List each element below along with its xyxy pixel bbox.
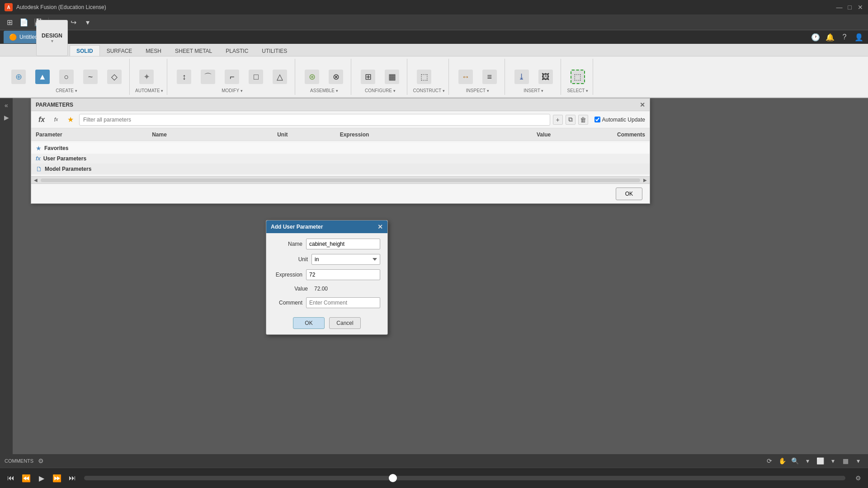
params-search-input[interactable]	[79, 114, 550, 126]
timeline-settings-icon[interactable]: ⚙	[853, 473, 863, 483]
name-input[interactable]	[306, 239, 380, 249]
redo-dropdown[interactable]: ▾	[82, 16, 94, 28]
tab-utilities[interactable]: UTILITIES	[255, 45, 294, 56]
grid-icon[interactable]: ⊞	[4, 16, 15, 28]
user-parameters-section[interactable]: fx User Parameters	[31, 154, 650, 164]
tab-mesh[interactable]: MESH	[139, 45, 168, 56]
create-group: ⊕ ▲ ○ ~ ◇ CREATE ▾	[4, 59, 130, 95]
help-icon[interactable]: ?	[839, 32, 850, 42]
fast-forward-button[interactable]: ⏭	[66, 472, 79, 484]
fx-derivative-icon[interactable]: fx	[50, 114, 62, 126]
loft-button[interactable]: ◇	[103, 69, 126, 86]
favorites-section[interactable]: ★ Favorites	[31, 143, 650, 154]
dialog-title-bar: Add User Parameter ✕	[266, 221, 387, 233]
zoom-icon[interactable]: 🔍	[789, 455, 800, 466]
fx-icon[interactable]: fx	[36, 114, 47, 126]
step-forward-button[interactable]: ⏩	[51, 472, 63, 484]
play-button[interactable]: ▶	[35, 472, 48, 484]
insert-button[interactable]: ⤓	[510, 69, 533, 86]
offset-plane-button[interactable]: ⬚	[413, 69, 435, 86]
sweep-button[interactable]: ~	[79, 69, 102, 86]
auto-update-checkbox[interactable]	[594, 117, 600, 122]
minimize-button[interactable]: —	[836, 4, 843, 11]
assemble-label: ASSEMBLE ▾	[301, 88, 347, 93]
measure-button[interactable]: ↔	[454, 69, 477, 86]
parameters-close-button[interactable]: ✕	[640, 101, 645, 108]
inspect-more-button[interactable]: ≡	[478, 69, 501, 86]
col-header-name: Name	[152, 131, 277, 138]
auto-update-label: Automatic Update	[602, 117, 645, 123]
file-menu-button[interactable]: 📄	[18, 16, 30, 28]
maximize-button[interactable]: □	[846, 4, 853, 11]
comments-label: COMMENTS	[5, 458, 33, 464]
chamfer-button[interactable]: ⌐	[221, 69, 243, 86]
rewind-button[interactable]: ⏮	[5, 472, 17, 484]
new-joint-button[interactable]: ⊛	[301, 69, 323, 86]
auto-update-container: Automatic Update	[594, 117, 645, 123]
design-button[interactable]: DESIGN ▾	[36, 20, 68, 56]
draft-button[interactable]: △	[269, 69, 291, 86]
timeline-track[interactable]	[84, 476, 845, 480]
parameters-button[interactable]: ⊞	[357, 69, 379, 86]
user-params-icon: fx	[36, 155, 41, 162]
extrude-button[interactable]: ▲	[31, 69, 54, 86]
display-dropdown[interactable]: ▾	[853, 455, 863, 466]
config-table-button[interactable]: ▦	[381, 69, 403, 86]
tab-solid[interactable]: SOLID	[70, 45, 100, 56]
parameters-ok-button[interactable]: OK	[616, 188, 642, 200]
step-back-button[interactable]: ⏪	[20, 472, 33, 484]
shell-button[interactable]: □	[245, 69, 267, 86]
notifications-icon[interactable]: 🔔	[825, 32, 835, 42]
expression-input[interactable]	[306, 269, 380, 280]
model-parameters-section[interactable]: 🗋 Model Parameters	[31, 164, 650, 174]
view-dropdown[interactable]: ▾	[827, 455, 838, 466]
tab-sheet-metal[interactable]: SHEET METAL	[168, 45, 219, 56]
fillet-button[interactable]: ⌒	[197, 69, 219, 86]
comments-gear-icon[interactable]: ⚙	[38, 457, 44, 465]
comment-input[interactable]	[306, 297, 380, 308]
view-cube-icon[interactable]: ⬜	[815, 455, 826, 466]
scroll-left-arrow[interactable]: ◀	[33, 177, 39, 183]
sidebar-icon-1[interactable]: ▶	[1, 113, 11, 122]
zoom-dropdown[interactable]: ▾	[802, 455, 813, 466]
insert-image-button[interactable]: 🖼	[534, 69, 557, 86]
dialog-ok-button[interactable]: OK	[293, 317, 325, 329]
canvas-area[interactable]: PARAMETERS ✕ fx fx ★ + ⧉ 🗑 Automatic Upd…	[13, 98, 868, 454]
delete-param-button[interactable]: 🗑	[578, 115, 588, 125]
scroll-track[interactable]	[41, 178, 640, 182]
press-pull-button[interactable]: ↕	[173, 69, 195, 86]
collapse-icon[interactable]: «	[1, 100, 11, 110]
tab-surface[interactable]: SURFACE	[100, 45, 139, 56]
app-icon: A	[5, 3, 13, 11]
copy-param-button[interactable]: ⧉	[566, 115, 576, 125]
unit-select[interactable]: in mm cm m ft	[311, 254, 380, 265]
favorites-icon[interactable]: ★	[65, 114, 76, 126]
dialog-cancel-button[interactable]: Cancel	[329, 317, 361, 329]
dialog-close-button[interactable]: ✕	[377, 223, 383, 230]
params-scroll-bar[interactable]: ◀ ▶	[31, 176, 650, 183]
redo-button[interactable]: ↪	[67, 16, 79, 28]
modify-label: MODIFY ▾	[173, 88, 291, 93]
new-component-button[interactable]: ⊕	[7, 69, 30, 86]
revolve-button[interactable]: ○	[55, 69, 78, 86]
display-icon[interactable]: ▦	[840, 455, 851, 466]
col-header-comments: Comments	[617, 131, 645, 138]
model-parameters-label: Model Parameters	[45, 166, 91, 172]
window-controls: — □ ✕	[836, 4, 863, 11]
tab-plastic[interactable]: PLASTIC	[219, 45, 255, 56]
main-area: « ▶ PARAMETERS ✕ fx fx ★ + ⧉ 🗑 Automatic…	[0, 98, 868, 454]
orbit-icon[interactable]: ⟳	[764, 455, 775, 466]
automate-button[interactable]: ✦	[135, 69, 158, 86]
history-icon[interactable]: 🕐	[810, 32, 821, 42]
timeline-marker[interactable]	[389, 474, 397, 482]
scroll-right-arrow[interactable]: ▶	[642, 177, 648, 183]
select-button[interactable]: ⬚	[566, 69, 589, 86]
add-param-button[interactable]: +	[553, 115, 563, 125]
close-button[interactable]: ✕	[857, 4, 863, 11]
as-built-button[interactable]: ⊗	[325, 69, 347, 86]
pan-icon[interactable]: ✋	[777, 455, 788, 466]
user-avatar[interactable]: 👤	[854, 32, 864, 42]
bottom-status-bar: COMMENTS ⚙ ⟳ ✋ 🔍 ▾ ⬜ ▾ ▦ ▾	[0, 454, 868, 468]
ribbon-content: ⊕ ▲ ○ ~ ◇ CREATE ▾	[0, 56, 868, 97]
user-parameters-label: User Parameters	[43, 155, 86, 162]
